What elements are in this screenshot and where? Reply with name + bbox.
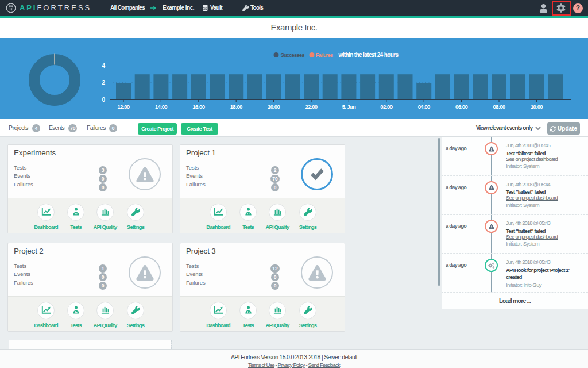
svg-text:22:00: 22:00 <box>305 103 318 110</box>
svg-text:4: 4 <box>102 63 105 69</box>
svg-text:10:00: 10:00 <box>531 103 543 110</box>
svg-text:5. Jun: 5. Jun <box>342 103 356 110</box>
svg-text:06:00: 06:00 <box>455 103 467 110</box>
svg-text:within the latest 24 hours: within the latest 24 hours <box>338 52 399 58</box>
svg-text:12:00: 12:00 <box>118 103 130 110</box>
svg-text:2: 2 <box>102 79 105 86</box>
svg-text:Successes: Successes <box>281 52 305 58</box>
svg-text:Failures: Failures <box>316 52 333 58</box>
svg-text:16:00: 16:00 <box>192 103 204 110</box>
svg-text:02:00: 02:00 <box>380 103 392 110</box>
svg-text:0: 0 <box>102 97 105 103</box>
svg-text:18:00: 18:00 <box>230 103 242 110</box>
svg-text:14:00: 14:00 <box>155 103 167 110</box>
svg-text:08:00: 08:00 <box>493 103 505 110</box>
svg-text:20:00: 20:00 <box>268 103 280 110</box>
svg-text:04:00: 04:00 <box>418 103 430 110</box>
